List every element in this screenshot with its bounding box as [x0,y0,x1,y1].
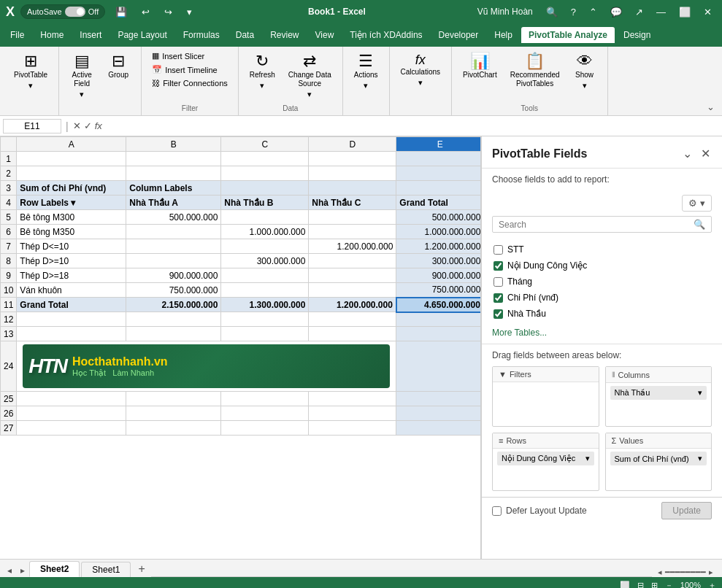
cell-d27[interactable] [309,421,396,436]
row-header-2[interactable]: 2 [1,166,17,181]
cell-e25[interactable] [396,392,480,406]
close-button[interactable]: ✕ [699,5,716,19]
cell-b25[interactable] [126,392,221,406]
restore-button[interactable]: ⬜ [675,5,695,19]
cell-d13[interactable] [309,327,396,341]
cell-c5[interactable] [221,210,309,225]
cell-c25[interactable] [221,392,309,406]
scroll-tabs-right-button[interactable]: ▸ [16,564,29,577]
menu-pivottable-analyze[interactable]: PivotTable Analyze [521,27,615,43]
cell-c2[interactable] [221,166,309,181]
cell-c11[interactable]: 1.300.000.000 [221,298,309,312]
cell-b8[interactable] [126,254,221,268]
cell-c27[interactable] [221,421,309,436]
row-header-25[interactable]: 25 [1,392,17,406]
cell-e27[interactable] [396,421,480,436]
row-header-10[interactable]: 10 [1,283,17,298]
status-view-page-layout[interactable]: ⊟ [637,581,644,589]
row-header-5[interactable]: 5 [1,210,17,225]
row-header-4[interactable]: 4 [1,196,17,210]
cell-a2[interactable] [17,166,126,181]
cell-b1[interactable] [126,152,221,166]
cell-d25[interactable] [309,392,396,406]
field-checkbox-noi-dung[interactable] [494,261,503,271]
menu-xdaddins[interactable]: Tiện ích XDAddins [342,27,429,43]
refresh-button[interactable]: ↻ Refresh ▾ [245,50,280,94]
cell-a12[interactable] [17,312,126,327]
row-header-12[interactable]: 12 [1,312,17,327]
scroll-right-icon[interactable]: ▸ [709,568,713,577]
menu-design[interactable]: Design [616,27,658,43]
cell-c8[interactable]: 300.000.000 [221,254,309,268]
menu-review[interactable]: Review [263,27,306,43]
cell-d10[interactable] [309,283,396,298]
menu-insert[interactable]: Insert [72,27,109,43]
quick-access-button[interactable]: ▾ [183,5,196,19]
save-button[interactable]: 💾 [111,5,131,19]
field-checkbox-thang[interactable] [494,277,503,287]
formula-confirm-icon[interactable]: ✓ [84,120,92,131]
actions-button[interactable]: ☰ Actions ▾ [349,50,383,94]
cell-b11[interactable]: 2.150.000.000 [126,298,221,312]
cell-b3[interactable]: Column Labels [126,181,221,196]
col-header-e[interactable]: E [396,137,480,152]
row-header-13[interactable]: 13 [1,327,17,341]
active-field-button[interactable]: ▤ ActiveField ▾ [65,50,99,103]
cell-e24[interactable] [396,341,480,392]
sheet-tab-sheet2[interactable]: Sheet2 [29,561,80,577]
cell-d8[interactable] [309,254,396,268]
formula-function-icon[interactable]: fx [95,120,102,131]
scroll-left-icon[interactable]: ◂ [658,568,662,577]
cell-c6[interactable]: 1.000.000.000 [221,225,309,239]
menu-data[interactable]: Data [228,27,261,43]
row-header-1[interactable]: 1 [1,152,17,166]
cell-e9[interactable]: 900.000.000 [396,268,480,283]
insert-timeline-button[interactable]: 📅 Insert Timeline [147,63,232,76]
cell-a3[interactable]: Sum of Chi Phí (vnd) [17,181,126,196]
cell-a11[interactable]: Grand Total [17,298,126,312]
cell-a26[interactable] [17,406,126,421]
cell-c7[interactable] [221,239,309,254]
cell-c1[interactable] [221,152,309,166]
calculations-button[interactable]: fx Calculations ▾ [396,50,445,91]
cell-d6[interactable] [309,225,396,239]
field-checkbox-stt[interactable] [494,245,503,255]
cell-d5[interactable] [309,210,396,225]
cell-a8[interactable]: Thép D>=10 [17,254,126,268]
row-header-6[interactable]: 6 [1,225,17,239]
cell-e3[interactable] [396,181,480,196]
menu-home[interactable]: Home [33,27,71,43]
pivottable-button[interactable]: ⊞ PivotTable ▾ [9,50,53,94]
row-header-26[interactable]: 26 [1,406,17,421]
values-chip-chi-phi[interactable]: Sum of Chi Phí (vnđ) ▾ [610,452,707,465]
cell-a6[interactable]: Bê tông M350 [17,225,126,239]
cell-e4[interactable]: Grand Total [396,196,480,210]
cell-b9[interactable]: 900.000.000 [126,268,221,283]
cell-d9[interactable] [309,268,396,283]
change-data-source-button[interactable]: ⇄ Change DataSource ▾ [283,50,337,103]
cell-b7[interactable] [126,239,221,254]
cell-e6[interactable]: 1.000.000.000 [396,225,480,239]
cell-e2[interactable] [396,166,480,181]
zoom-in-button[interactable]: ＋ [708,580,716,589]
recommended-pivottables-button[interactable]: 📋 RecommendedPivotTables [505,50,565,92]
menu-developer[interactable]: Developer [431,27,486,43]
rows-chip-noi-dung[interactable]: Nội Dung Công Việc ▾ [497,452,594,465]
cell-d26[interactable] [309,406,396,421]
filters-content[interactable] [493,382,599,426]
autosave-pill[interactable] [65,7,85,17]
cell-b12[interactable] [126,312,221,327]
menu-view[interactable]: View [308,27,342,43]
comments-button[interactable]: 💬 [606,5,626,19]
cell-b26[interactable] [126,406,221,421]
row-header-27[interactable]: 27 [1,421,17,436]
row-header-7[interactable]: 7 [1,239,17,254]
zoom-out-button[interactable]: － [665,580,673,589]
show-button[interactable]: 👁 Show ▾ [568,50,602,94]
insert-slicer-button[interactable]: ▦ Insert Slicer [147,50,232,62]
ribbon-toggle-button[interactable]: ⌃ [585,5,602,19]
cell-c3[interactable] [221,181,309,196]
formula-input[interactable]: 4650000000 [105,121,719,131]
cell-e1[interactable] [396,152,480,166]
cell-e8[interactable]: 300.000.000 [396,254,480,268]
